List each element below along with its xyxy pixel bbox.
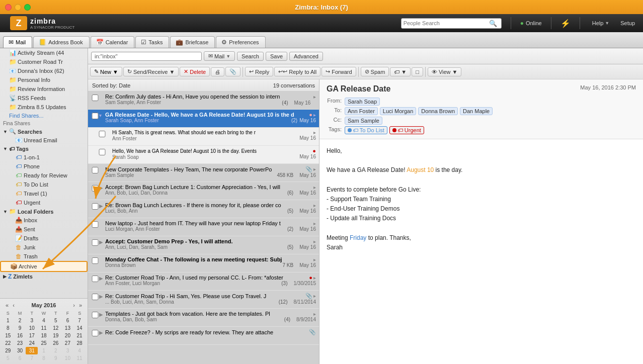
cal-day[interactable]: 8 xyxy=(2,324,14,332)
print-button[interactable]: 🖨 xyxy=(211,67,224,76)
sidebar-item-tag-1on1[interactable]: 🏷 1-on-1 xyxy=(0,153,88,162)
sidebar-item-activity-stream[interactable]: 📊 Activity Stream (44 xyxy=(0,48,88,57)
people-search-container[interactable]: 🔍 xyxy=(401,18,502,29)
cal-day[interactable]: 1 xyxy=(38,347,50,354)
sidebar-item-customer-road[interactable]: 📁 Customer Road Tr xyxy=(0,57,88,66)
sidebar-item-rss-feeds[interactable]: 📡 RSS Feeds xyxy=(0,94,88,103)
save-button[interactable]: Save xyxy=(266,52,287,61)
expand-icon[interactable]: ▶ xyxy=(99,294,105,299)
spam-button[interactable]: ⊘ Spam xyxy=(361,67,389,76)
cal-day[interactable]: 11 xyxy=(73,354,86,362)
cal-day[interactable]: 2 xyxy=(50,347,62,354)
new-button[interactable]: ✎ New ▼ xyxy=(90,67,122,76)
email-checkbox[interactable] xyxy=(91,312,99,318)
email-row[interactable]: ▶ Accept: Brown Bag Lunch Lecture 1: Cus… xyxy=(88,182,319,200)
expand-icon[interactable]: ▶ xyxy=(99,203,105,209)
view-button[interactable]: 👁 View ▼ xyxy=(428,67,462,76)
cal-day[interactable]: 7 xyxy=(73,317,86,324)
sidebar-item-archive[interactable]: 📦 Archive xyxy=(0,261,88,272)
email-row[interactable]: ▶ Re: Customer Road Trip - Hi Sam, Yes. … xyxy=(88,291,319,309)
email-row[interactable]: New Corporate Templates - Hey Team, The … xyxy=(88,164,319,182)
sidebar-item-tag-todo[interactable]: 🏷 To Do List xyxy=(0,180,88,189)
help-button[interactable]: Help ▼ xyxy=(589,19,613,27)
send-receive-button[interactable]: ↻ Send/Receive ▼ xyxy=(123,67,179,76)
cal-day[interactable]: 9 xyxy=(50,354,62,362)
cal-day[interactable]: 3 xyxy=(26,317,38,324)
tag-urgent[interactable]: 🏷 Urgent xyxy=(389,126,424,134)
email-checkbox[interactable] xyxy=(91,257,99,264)
advanced-button[interactable]: Advanced xyxy=(289,52,323,61)
tag-button[interactable]: 🏷 ▼ xyxy=(390,67,411,76)
tab-preferences[interactable]: ⚙ Preferences xyxy=(216,36,265,48)
tab-calendar[interactable]: 📅 Calendar xyxy=(91,36,135,48)
email-checkbox[interactable] xyxy=(91,185,99,192)
cal-day[interactable]: 28 xyxy=(73,339,86,347)
sidebar-searches-group[interactable]: ▼ 🔍 Searches xyxy=(0,127,88,136)
sidebar-item-zimbra-updates[interactable]: 📁 Zimbra 8.5 Updates xyxy=(0,103,88,112)
sidebar-item-local-inbox[interactable]: 📥 Inbox xyxy=(0,216,88,225)
attach-button[interactable]: 📎 xyxy=(225,67,240,76)
email-checkbox[interactable] xyxy=(91,239,99,246)
cal-day[interactable]: 25 xyxy=(38,339,50,347)
cal-day[interactable]: 13 xyxy=(62,324,74,332)
email-checkbox[interactable] xyxy=(91,167,99,173)
sidebar-item-unread-email[interactable]: 📧 Unread Email xyxy=(0,136,88,145)
tab-mail[interactable]: ✉ Mail xyxy=(3,36,32,48)
to-contact-4[interactable]: Dan Maple xyxy=(460,107,493,115)
cal-day[interactable]: 8 xyxy=(38,354,50,362)
tab-addressbook[interactable]: 📒 Address Book xyxy=(33,36,89,48)
expand-icon[interactable]: ▶ xyxy=(99,312,105,317)
tab-briefcase[interactable]: 💼 Briefcase xyxy=(170,36,215,48)
sidebar-item-local-drafts[interactable]: 📝 Drafts xyxy=(0,234,88,243)
email-checkbox[interactable] xyxy=(91,221,99,228)
sidebar-item-tag-urgent[interactable]: 🏷 Urgent xyxy=(0,198,88,207)
cal-day[interactable]: 6 xyxy=(14,354,26,362)
email-row[interactable]: ▶ Accept: Customer Demo Prep - Yes, I wi… xyxy=(88,236,319,254)
cal-day[interactable]: 4 xyxy=(73,347,86,354)
cal-day[interactable]: 6 xyxy=(62,317,74,324)
minimize-button[interactable] xyxy=(15,4,21,11)
email-row[interactable]: ▶ Re: Brown Bag Lunch Lectures - If ther… xyxy=(88,200,319,218)
sidebar-item-find-shares[interactable]: Find Shares... xyxy=(0,112,88,120)
sidebar-item-tag-travel[interactable]: 🏷 Travel (1) xyxy=(0,189,88,198)
cal-day[interactable]: 21 xyxy=(73,332,86,339)
cal-day[interactable]: 1 xyxy=(2,317,14,324)
email-checkbox[interactable] xyxy=(91,113,99,119)
forward-button[interactable]: ↪ Forward xyxy=(322,67,356,76)
cal-day[interactable]: 3 xyxy=(62,347,74,354)
reply-all-button[interactable]: ↩↩ Reply to All xyxy=(274,67,320,76)
expand-icon[interactable]: ▶ xyxy=(99,276,105,281)
cal-day[interactable]: 24 xyxy=(26,339,38,347)
cal-day[interactable]: 5 xyxy=(50,317,62,324)
email-row[interactable]: Hi Sarah, This is great news. What shoul… xyxy=(88,128,319,146)
maximize-button[interactable] xyxy=(24,4,31,11)
email-row[interactable]: ▾ GA Release Date - Hello, We have a GA … xyxy=(88,110,319,128)
email-checkbox[interactable] xyxy=(91,330,99,336)
cal-next[interactable]: › xyxy=(71,302,76,309)
search-button[interactable]: Search xyxy=(237,52,264,61)
cal-day[interactable]: 7 xyxy=(26,354,38,362)
email-checkbox[interactable] xyxy=(91,294,99,300)
close-button[interactable] xyxy=(5,4,12,11)
expand-icon[interactable]: ▶ xyxy=(99,239,105,245)
sidebar-zimlets-group[interactable]: ▶ Z Zimlets xyxy=(0,272,88,281)
cal-day[interactable]: 29 xyxy=(2,347,14,354)
email-row[interactable]: Hello, We have a GA Release Date! August… xyxy=(88,146,319,164)
sidebar-tags-group[interactable]: ▼ 🏷 Tags xyxy=(0,145,88,153)
email-checkbox[interactable] xyxy=(98,149,106,155)
email-checkbox[interactable] xyxy=(91,276,99,282)
sidebar-local-folders-group[interactable]: ▼ 📁 Local Folders xyxy=(0,207,88,216)
setup-button[interactable]: Setup xyxy=(617,19,638,27)
cal-day[interactable]: 10 xyxy=(62,354,74,362)
to-contact-1[interactable]: Ann Foster xyxy=(345,107,378,115)
cal-day[interactable]: 10 xyxy=(26,324,38,332)
cal-day[interactable]: 26 xyxy=(50,339,62,347)
cal-day[interactable]: 2 xyxy=(14,317,26,324)
search-bar[interactable]: in:"inbox" xyxy=(91,52,202,61)
expand-icon[interactable]: ▾ xyxy=(99,113,105,118)
cal-day[interactable]: 27 xyxy=(62,339,74,347)
cal-day[interactable]: 19 xyxy=(50,332,62,339)
reply-button[interactable]: ↩ Reply xyxy=(245,67,273,76)
email-checkbox[interactable] xyxy=(91,203,99,210)
cal-day[interactable]: 20 xyxy=(62,332,74,339)
